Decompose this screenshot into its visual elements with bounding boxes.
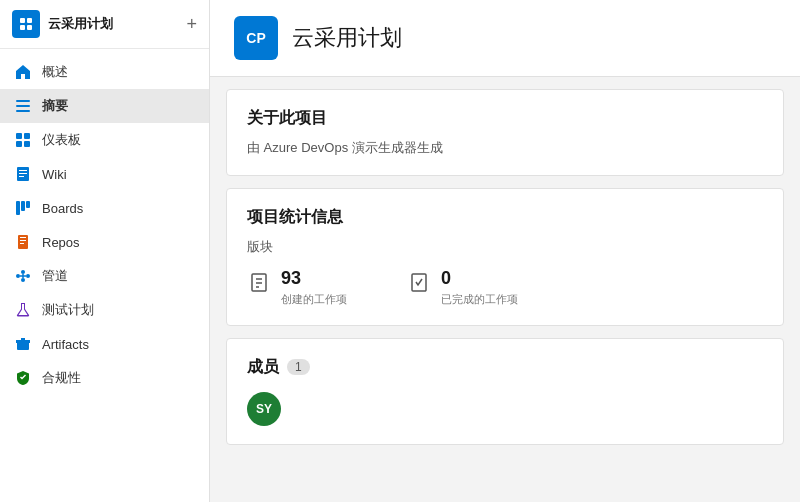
- about-card-description: 由 Azure DevOps 演示生成器生成: [247, 139, 763, 157]
- svg-rect-10: [24, 141, 30, 147]
- sidebar-item-summary[interactable]: 摘要: [0, 89, 209, 123]
- stat-number-completed: 0: [441, 268, 518, 290]
- stats-card: 项目统计信息 版块 93 创建的工作项: [226, 188, 784, 326]
- svg-rect-9: [16, 141, 22, 147]
- stat-completed: 0 已完成的工作项: [407, 268, 518, 307]
- sidebar-item-label-test: 测试计划: [42, 301, 94, 319]
- svg-rect-2: [20, 25, 25, 30]
- wiki-icon: [14, 165, 32, 183]
- svg-rect-12: [21, 201, 25, 211]
- workitem-completed-icon: [407, 270, 431, 294]
- sidebar-item-pipeline[interactable]: 管道: [0, 259, 209, 293]
- members-header: 成员 1: [247, 357, 763, 378]
- svg-rect-11: [16, 201, 20, 215]
- add-project-button[interactable]: +: [186, 15, 197, 33]
- stat-label-completed: 已完成的工作项: [441, 292, 518, 307]
- main-project-title: 云采用计划: [292, 23, 402, 53]
- svg-rect-6: [16, 110, 30, 112]
- sidebar-item-label-repos: Repos: [42, 235, 80, 250]
- main-project-avatar: CP: [234, 16, 278, 60]
- svg-rect-13: [26, 201, 30, 208]
- sidebar-item-test[interactable]: 测试计划: [0, 293, 209, 327]
- sidebar-item-label-wiki: Wiki: [42, 167, 67, 182]
- boards-icon: [14, 199, 32, 217]
- svg-rect-5: [16, 105, 30, 107]
- stat-info-created: 93 创建的工作项: [281, 268, 347, 307]
- svg-rect-7: [16, 133, 22, 139]
- stat-number-created: 93: [281, 268, 347, 290]
- svg-point-14: [16, 274, 20, 278]
- svg-point-16: [21, 278, 25, 282]
- members-card: 成员 1 SY: [226, 338, 784, 445]
- sidebar-item-label-summary: 摘要: [42, 97, 68, 115]
- sidebar-item-label-dashboard: 仪表板: [42, 131, 81, 149]
- sidebar-project-icon: [12, 10, 40, 38]
- member-avatar-sy: SY: [247, 392, 281, 426]
- sidebar-project-title: 云采用计划: [48, 15, 113, 33]
- sidebar-item-label-compliance: 合规性: [42, 369, 81, 387]
- sidebar-item-repos[interactable]: Repos: [0, 225, 209, 259]
- shield-icon: [14, 369, 32, 387]
- sidebar-nav: 概述 摘要 仪表板: [0, 49, 209, 401]
- stats-row: 93 创建的工作项 0 已完成的工作项: [247, 268, 763, 307]
- repos-icon: [14, 233, 32, 251]
- svg-rect-8: [24, 133, 30, 139]
- main-header: CP 云采用计划: [210, 0, 800, 77]
- svg-rect-4: [16, 100, 30, 102]
- sidebar-item-wiki[interactable]: Wiki: [0, 157, 209, 191]
- sidebar-item-boards[interactable]: Boards: [0, 191, 209, 225]
- list-icon: [14, 97, 32, 115]
- stat-created: 93 创建的工作项: [247, 268, 347, 307]
- sidebar-item-label-pipeline: 管道: [42, 267, 68, 285]
- svg-rect-1: [27, 18, 32, 23]
- stat-label-created: 创建的工作项: [281, 292, 347, 307]
- about-card-title: 关于此项目: [247, 108, 763, 129]
- sidebar-header-left: 云采用计划: [12, 10, 113, 38]
- workitem-created-icon: [247, 270, 271, 294]
- home-icon: [14, 63, 32, 81]
- stat-info-completed: 0 已完成的工作项: [441, 268, 518, 307]
- sidebar-header: 云采用计划 +: [0, 0, 209, 49]
- svg-point-17: [26, 274, 30, 278]
- members-card-title: 成员: [247, 357, 279, 378]
- sidebar-item-artifacts[interactable]: Artifacts: [0, 327, 209, 361]
- sidebar-item-label-boards: Boards: [42, 201, 83, 216]
- stats-section-label: 版块: [247, 238, 763, 256]
- members-count-badge: 1: [287, 359, 310, 375]
- flask-icon: [14, 301, 32, 319]
- svg-rect-20: [17, 342, 29, 350]
- artifacts-icon: [14, 335, 32, 353]
- pipeline-icon: [14, 267, 32, 285]
- about-card: 关于此项目 由 Azure DevOps 演示生成器生成: [226, 89, 784, 176]
- grid-icon: [14, 131, 32, 149]
- sidebar-item-overview[interactable]: 概述: [0, 55, 209, 89]
- svg-rect-0: [20, 18, 25, 23]
- sidebar-item-label-artifacts: Artifacts: [42, 337, 89, 352]
- sidebar-item-compliance[interactable]: 合规性: [0, 361, 209, 395]
- sidebar-item-label-overview: 概述: [42, 63, 68, 81]
- main-content: CP 云采用计划 关于此项目 由 Azure DevOps 演示生成器生成 项目…: [210, 0, 800, 502]
- svg-rect-3: [27, 25, 32, 30]
- stats-card-title: 项目统计信息: [247, 207, 763, 228]
- sidebar: 云采用计划 + 概述 摘要: [0, 0, 210, 502]
- svg-point-15: [21, 270, 25, 274]
- sidebar-item-dashboard[interactable]: 仪表板: [0, 123, 209, 157]
